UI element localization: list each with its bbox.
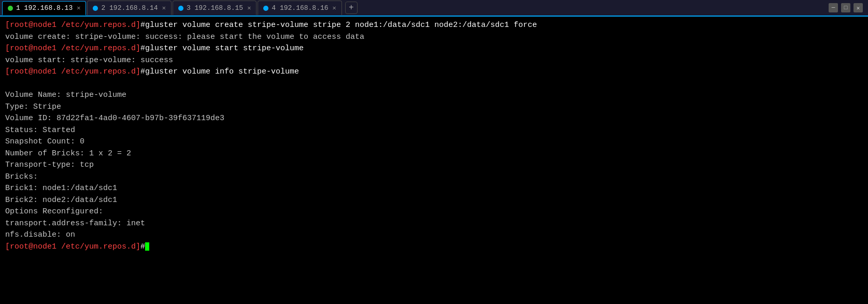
terminal-line-11: Number of Bricks: 1 x 2 = 2 xyxy=(5,148,863,160)
output-text-13: Bricks: xyxy=(5,172,38,181)
terminal-line-17: transport.address-family: inet xyxy=(5,218,863,230)
terminal-line-10: Snapshot Count: 0 xyxy=(5,136,863,148)
terminal-line-13: Bricks: xyxy=(5,171,863,183)
tab-close-tab1[interactable]: ✕ xyxy=(77,4,80,12)
terminal-line-4: [root@node1 /etc/yum.repos.d]#gluster vo… xyxy=(5,66,863,78)
tab-label-tab3: 3 192.168.8.15 xyxy=(187,4,243,12)
terminal-area: [root@node1 /etc/yum.repos.d]#gluster vo… xyxy=(0,17,868,304)
terminal-line-15: Brick2: node2:/data/sdc1 xyxy=(5,195,863,207)
tab-dot-tab2 xyxy=(93,6,98,11)
command-text-0: #gluster volume create stripe-volume str… xyxy=(140,21,537,30)
output-text-1: volume create: stripe-volume: success: p… xyxy=(5,33,364,41)
maximize-button[interactable]: □ xyxy=(841,3,850,12)
output-text-9: Status: Started xyxy=(5,126,75,135)
window-controls: ─ □ ✕ xyxy=(829,3,866,12)
output-text-10: Snapshot Count: 0 xyxy=(5,137,84,146)
tab-dot-tab1 xyxy=(8,6,13,11)
tab-label-tab2: 2 192.168.8.14 xyxy=(101,4,158,12)
tab-close-tab3[interactable]: ✕ xyxy=(247,4,251,12)
prompt-bracket-0: [root@node1 /etc/yum.repos.d] xyxy=(5,21,140,30)
tab-label-tab1: 1 192.168.8.13 xyxy=(16,4,73,12)
tab-tab4[interactable]: 4 192.168.8.16✕ xyxy=(258,1,341,15)
terminal-empty-line xyxy=(5,78,863,90)
output-text-8: Volume ID: 87d22fa1-4ad0-4607-b97b-39f63… xyxy=(5,114,224,123)
tab-close-tab2[interactable]: ✕ xyxy=(162,4,166,12)
minimize-button[interactable]: ─ xyxy=(829,3,838,12)
terminal-line-8: Volume ID: 87d22fa1-4ad0-4607-b97b-39f63… xyxy=(5,113,863,125)
output-text-7: Type: Stripe xyxy=(5,103,61,111)
output-text-3: volume start: stripe-volume: success xyxy=(5,56,173,65)
prompt-bracket-19: [root@node1 /etc/yum.repos.d] xyxy=(5,242,140,251)
terminal-line-19: [root@node1 /etc/yum.repos.d]# xyxy=(5,241,863,253)
terminal-line-1: volume create: stripe-volume: success: p… xyxy=(5,32,863,44)
command-text-19: # xyxy=(140,242,145,251)
tab-bar: 1 192.168.8.13✕2 192.168.8.14✕3 192.168.… xyxy=(0,0,868,17)
output-text-6: Volume Name: stripe-volume xyxy=(5,91,126,99)
command-text-2: #gluster volume start stripe-volume xyxy=(140,44,304,53)
tab-dot-tab4 xyxy=(263,6,268,11)
tab-tab1[interactable]: 1 192.168.8.13✕ xyxy=(2,1,86,16)
terminal-line-6: Volume Name: stripe-volume xyxy=(5,90,863,102)
terminal-line-16: Options Reconfigured: xyxy=(5,206,863,218)
close-button[interactable]: ✕ xyxy=(853,3,863,12)
prompt-bracket-4: [root@node1 /etc/yum.repos.d] xyxy=(5,67,140,76)
tab-tab3[interactable]: 3 192.168.8.15✕ xyxy=(173,1,257,15)
terminal-line-3: volume start: stripe-volume: success xyxy=(5,55,863,67)
terminal-line-9: Status: Started xyxy=(5,125,863,137)
tab-close-tab4[interactable]: ✕ xyxy=(333,4,336,12)
command-text-4: #gluster volume info stripe-volume xyxy=(140,67,299,76)
terminal-line-7: Type: Stripe xyxy=(5,102,863,113)
terminal-cursor xyxy=(145,242,149,251)
output-text-16: Options Reconfigured: xyxy=(5,207,103,216)
output-text-12: Transport-type: tcp xyxy=(5,161,94,169)
tab-dot-tab3 xyxy=(178,6,183,11)
output-text-11: Number of Bricks: 1 x 2 = 2 xyxy=(5,149,131,158)
terminal-line-14: Brick1: node1:/data/sdc1 xyxy=(5,183,863,195)
output-text-17: transport.address-family: inet xyxy=(5,219,145,228)
terminal-line-2: [root@node1 /etc/yum.repos.d]#gluster vo… xyxy=(5,43,863,55)
output-text-18: nfs.disable: on xyxy=(5,230,75,239)
output-text-14: Brick1: node1:/data/sdc1 xyxy=(5,184,117,193)
prompt-bracket-2: [root@node1 /etc/yum.repos.d] xyxy=(5,44,140,53)
terminal-line-12: Transport-type: tcp xyxy=(5,160,863,171)
new-tab-button[interactable]: + xyxy=(345,2,358,14)
output-text-15: Brick2: node2:/data/sdc1 xyxy=(5,196,117,205)
terminal-line-0: [root@node1 /etc/yum.repos.d]#gluster vo… xyxy=(5,20,863,32)
tab-label-tab4: 4 192.168.8.16 xyxy=(272,4,328,12)
terminal-line-18: nfs.disable: on xyxy=(5,229,863,241)
tab-tab2[interactable]: 2 192.168.8.14✕ xyxy=(87,1,171,15)
